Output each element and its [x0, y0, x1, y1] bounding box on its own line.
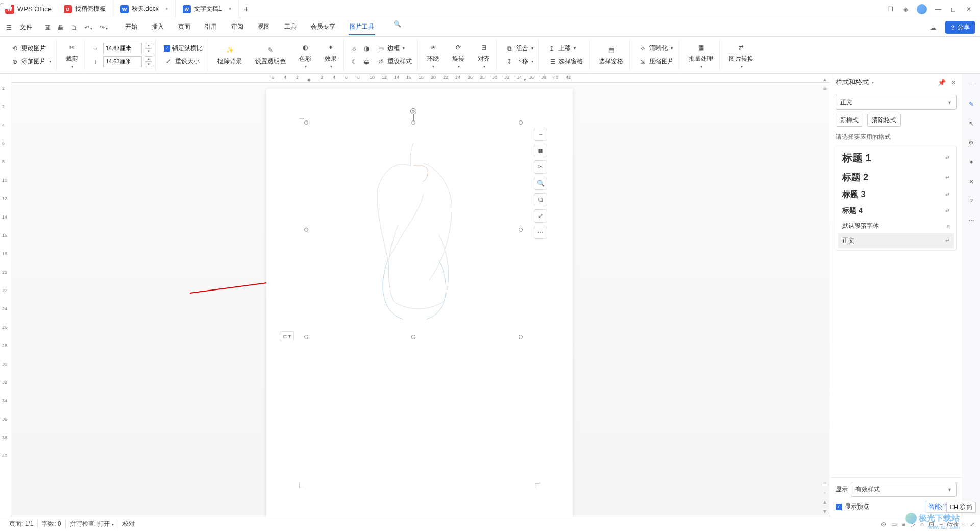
- clarify-button[interactable]: ✧清晰化: [636, 43, 676, 54]
- new-tab-button[interactable]: +: [239, 5, 254, 14]
- select-pane-button[interactable]: ☰选择窗格: [545, 56, 586, 67]
- set-transparent-button[interactable]: ✎设置透明色: [252, 43, 289, 67]
- close-panel-icon[interactable]: ✕: [951, 79, 957, 86]
- sidetab-tools-icon[interactable]: ✕: [966, 177, 976, 187]
- ime-indicator[interactable]: CH 🄋 简: [946, 502, 976, 513]
- indent-marker-left[interactable]: ◆: [307, 77, 311, 81]
- show-filter-select[interactable]: 有效样式▼: [851, 482, 957, 497]
- style-heading-4[interactable]: 标题 4↵: [838, 203, 954, 219]
- maximize-icon[interactable]: ◻: [949, 5, 958, 13]
- wrap-button[interactable]: ≋环绕: [424, 40, 442, 70]
- menu-picture-tools[interactable]: 图片工具: [349, 19, 375, 35]
- group-button[interactable]: ⧉组合: [503, 43, 535, 54]
- file-menu[interactable]: 文件: [17, 22, 35, 33]
- document-page[interactable]: ⟳ − ≣ ✂ 🔍 ⧉ ⤢ ⋯ ▭▾: [266, 89, 573, 517]
- zoom-in-icon[interactable]: +: [961, 521, 965, 528]
- menu-start[interactable]: 开始: [124, 19, 138, 35]
- border-button[interactable]: ▭边框: [374, 43, 407, 54]
- float-minus-button[interactable]: −: [534, 128, 547, 141]
- batch-button[interactable]: ▦批量处理: [685, 40, 716, 70]
- style-default-font[interactable]: 默认段落字体a: [838, 219, 954, 233]
- float-zoom-button[interactable]: 🔍: [534, 177, 547, 190]
- cloud-icon[interactable]: ☁: [929, 23, 937, 32]
- scroll-top-controls[interactable]: ▴≡: [821, 76, 829, 92]
- menu-tools[interactable]: 工具: [283, 19, 298, 35]
- new-style-button[interactable]: 新样式: [836, 114, 863, 127]
- tab-doc-2[interactable]: W 文字文稿1 •: [176, 0, 239, 18]
- menu-review[interactable]: 审阅: [230, 19, 244, 35]
- style-heading-2[interactable]: 标题 2↵: [838, 168, 954, 186]
- undo-icon[interactable]: ↶: [83, 23, 93, 32]
- brightness-icon[interactable]: ☼: [350, 44, 359, 53]
- contrast-icon[interactable]: ◑: [362, 44, 371, 53]
- view-outline-icon[interactable]: ≡: [902, 521, 905, 528]
- brightness-down-icon[interactable]: ☾: [350, 57, 359, 66]
- contrast-down-icon[interactable]: ◒: [362, 57, 371, 66]
- rotate-button[interactable]: ⟳旋转: [449, 40, 468, 70]
- status-words[interactable]: 字数: 0: [38, 520, 65, 528]
- menu-member[interactable]: 会员专享: [310, 19, 336, 35]
- color-button[interactable]: ◐色彩: [296, 40, 314, 70]
- float-expand-button[interactable]: ⤢: [534, 209, 547, 223]
- style-body[interactable]: 正文↵: [838, 233, 954, 248]
- redo-icon[interactable]: ↷: [99, 23, 109, 32]
- tab-template-store[interactable]: D 找稻壳模板: [57, 0, 113, 18]
- resize-handle-tm[interactable]: [411, 120, 415, 125]
- resize-handle-br[interactable]: [519, 335, 523, 339]
- current-style-select[interactable]: 正文▼: [836, 95, 957, 110]
- reset-style-button[interactable]: ↺重设样式: [374, 56, 414, 67]
- indent-marker-right[interactable]: ▾: [524, 77, 528, 81]
- effect-button[interactable]: ✦效果: [322, 40, 340, 70]
- close-icon[interactable]: •: [229, 6, 231, 13]
- close-window-icon[interactable]: ✕: [965, 5, 973, 13]
- sidetab-settings-icon[interactable]: ⚙: [966, 138, 976, 148]
- tab-doc-1[interactable]: W 秋天.docx •: [113, 0, 176, 18]
- style-heading-1[interactable]: 标题 1↵: [838, 148, 954, 168]
- preview-checkbox[interactable]: ✓: [836, 504, 842, 510]
- save-icon[interactable]: 🖫: [43, 23, 52, 32]
- style-heading-3[interactable]: 标题 3↵: [838, 186, 954, 203]
- float-more-button[interactable]: ⋯: [534, 226, 547, 239]
- close-icon[interactable]: •: [166, 6, 168, 13]
- compress-button[interactable]: ⇲压缩图片: [636, 56, 676, 67]
- share-button[interactable]: ⇪分享: [945, 21, 975, 34]
- status-proof[interactable]: 校对: [118, 520, 139, 528]
- sidetab-style-icon[interactable]: ✎: [966, 99, 976, 109]
- height-input[interactable]: [103, 56, 142, 67]
- width-spinner[interactable]: ▲▼: [145, 43, 152, 54]
- crop-button[interactable]: ✂裁剪: [63, 40, 81, 70]
- resize-handle-bm[interactable]: [411, 335, 415, 339]
- align-button[interactable]: ⊟对齐: [475, 40, 493, 70]
- ruler-horizontal[interactable]: 6 4 2 2 4 6 8 10 12 14 16 18 20 22 24 26…: [11, 74, 830, 83]
- float-crop-button[interactable]: ✂: [534, 160, 547, 174]
- menu-reference[interactable]: 引用: [204, 19, 218, 35]
- rotate-handle[interactable]: ⟳: [410, 108, 416, 114]
- menu-view[interactable]: 视图: [257, 19, 271, 35]
- avatar[interactable]: [917, 4, 927, 14]
- sidetab-select-icon[interactable]: ↖: [966, 118, 976, 129]
- down-button[interactable]: ↧下移: [503, 56, 535, 67]
- sidetab-shape-icon[interactable]: ✦: [966, 157, 976, 167]
- remove-bg-button[interactable]: ✨抠除背景: [214, 43, 245, 67]
- print-icon[interactable]: 🖶: [57, 23, 65, 32]
- ruler-vertical[interactable]: 2 2 4 6 8 10 12 14 16 18 20 22 24 26 28 …: [0, 74, 11, 517]
- width-input[interactable]: [103, 43, 142, 54]
- search-icon[interactable]: 🔍: [393, 19, 402, 35]
- resize-handle-tr[interactable]: [519, 120, 523, 125]
- sidetab-more-icon[interactable]: ⋯: [966, 215, 976, 226]
- hamburger-icon[interactable]: ☰: [5, 23, 13, 32]
- change-image-button[interactable]: ⟲更改图片: [8, 43, 53, 54]
- image-selection[interactable]: ⟳ − ≣ ✂ 🔍 ⧉ ⤢ ⋯ ▭▾: [306, 123, 521, 337]
- window-multi-icon[interactable]: ❐: [886, 5, 894, 13]
- resize-handle-tl[interactable]: [304, 120, 308, 125]
- scroll-bottom-controls[interactable]: ≡◦▴▾: [821, 480, 829, 515]
- clear-format-button[interactable]: 清除格式: [867, 114, 901, 127]
- add-image-button[interactable]: ⊕添加图片: [8, 56, 53, 67]
- sidetab-help-icon[interactable]: ?: [966, 196, 976, 206]
- resize-handle-mr[interactable]: [519, 228, 523, 232]
- pin-icon[interactable]: 📌: [938, 79, 946, 86]
- status-spellcheck[interactable]: 拼写检查: 打开 ▾: [66, 520, 118, 528]
- status-page[interactable]: 页面: 1/1: [5, 520, 38, 528]
- menu-insert[interactable]: 插入: [151, 19, 165, 35]
- reset-size-button[interactable]: ⤢重设大小: [162, 56, 205, 67]
